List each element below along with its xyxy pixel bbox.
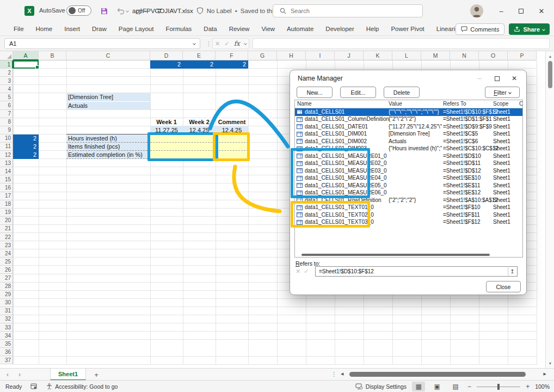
- column-header-E[interactable]: E: [183, 51, 216, 60]
- row-header-3[interactable]: 3: [0, 77, 13, 85]
- column-header-F[interactable]: F: [216, 51, 248, 60]
- scroll-left-icon[interactable]: ◀: [341, 372, 343, 376]
- row-header-35[interactable]: 35: [0, 340, 13, 348]
- row-header-25[interactable]: 25: [0, 258, 13, 266]
- cell-D8[interactable]: Week 1: [150, 118, 183, 126]
- formula-input[interactable]: [253, 38, 550, 49]
- autosave-toggle[interactable]: Off: [66, 5, 91, 16]
- view-normal-button[interactable]: ▦: [412, 382, 425, 391]
- row-header-4[interactable]: 4: [0, 85, 13, 93]
- cell-E9[interactable]: 12.4.25: [183, 126, 216, 134]
- cell-F8[interactable]: Comment: [216, 118, 248, 126]
- column-header-O[interactable]: O: [479, 51, 508, 60]
- name-manager-row-data1_CELLS01_MEASURE01_0[interactable]: data1_CELLS01_MEASURE01_0=Sheet1!$D$10Sh…: [295, 152, 522, 160]
- cell-C12[interactable]: Estimated completion (in %): [66, 151, 150, 159]
- row-header-7[interactable]: 7: [0, 110, 13, 118]
- row-header-34[interactable]: 34: [0, 332, 13, 340]
- accessibility-status[interactable]: Accessibility: Good to go: [46, 383, 118, 390]
- name-manager-row-data1_CELLS01_RowDefinition[interactable]: data1_CELLS01_RowDefinition{"2";"2";"2"}…: [295, 197, 522, 204]
- cell-D9[interactable]: 11.27.25: [150, 126, 183, 134]
- row-header-5[interactable]: 5: [0, 93, 13, 101]
- name-list[interactable]: Name Value Refers To Scope Co data1_CELL…: [294, 100, 523, 258]
- row-header-9[interactable]: 9: [0, 126, 13, 134]
- zoom-out-button[interactable]: −: [467, 383, 471, 390]
- column-header-J[interactable]: J: [335, 51, 364, 60]
- ribbon-tab-draw[interactable]: Draw: [86, 23, 113, 34]
- fx-dropdown-icon[interactable]: [244, 42, 247, 45]
- name-manager-row-data1_CELLS01_MEASURE05_0[interactable]: data1_CELLS01_MEASURE05_0=Sheet1!$E$11Sh…: [295, 182, 522, 189]
- row-header-14[interactable]: 14: [0, 167, 13, 175]
- window-close-button[interactable]: ✕: [533, 0, 550, 22]
- name-box[interactable]: A1: [4, 38, 200, 49]
- ribbon-tab-power-pivot[interactable]: Power Pivot: [385, 23, 430, 34]
- column-header-I[interactable]: I: [306, 51, 335, 60]
- avatar[interactable]: [470, 4, 483, 17]
- ribbon-tab-page-layout[interactable]: Page Layout: [113, 23, 160, 34]
- row-header-37[interactable]: 37: [0, 356, 13, 364]
- next-sheet-icon[interactable]: ›: [19, 371, 21, 378]
- name-manager-row-data1_CELLS01_TEXT03_0[interactable]: data1_CELLS01_TEXT03_0=Sheet1!$F$12Sheet…: [295, 219, 522, 226]
- row-header-20[interactable]: 20: [0, 217, 13, 225]
- ribbon-tab-view[interactable]: View: [255, 23, 281, 34]
- name-list-header[interactable]: Name Value Refers To Scope Co: [295, 100, 522, 108]
- cell-C5[interactable]: [Dimension Tree]: [66, 93, 150, 101]
- cell-F9[interactable]: 12.4.25: [216, 126, 248, 134]
- row-header-19[interactable]: 19: [0, 209, 13, 217]
- row-header-28[interactable]: 28: [0, 283, 13, 291]
- row-header-13[interactable]: 13: [0, 159, 13, 167]
- refers-to-input[interactable]: =Sheet1!$D$10:$F$12 ↥: [315, 266, 518, 277]
- close-button[interactable]: Close: [486, 281, 521, 292]
- active-cell-A1[interactable]: [13, 60, 39, 69]
- insert-function-icon[interactable]: fx: [234, 40, 240, 47]
- row-header-24[interactable]: 24: [0, 249, 13, 258]
- vertical-scrollbar-thumb[interactable]: [548, 61, 552, 88]
- name-manager-row-data1_CELLS01_DIM002[interactable]: data1_CELLS01_DIM002Actuals=Sheet1!$C$6S…: [295, 138, 522, 145]
- row-header-33[interactable]: 33: [0, 323, 13, 332]
- share-button[interactable]: Share: [509, 23, 550, 35]
- undo-icon[interactable]: [116, 5, 128, 17]
- row-header-22[interactable]: 22: [0, 233, 13, 241]
- select-all-corner[interactable]: [0, 51, 13, 60]
- column-header-G[interactable]: G: [248, 51, 277, 60]
- row-header-30[interactable]: 30: [0, 299, 13, 307]
- ribbon-tab-help[interactable]: Help: [360, 23, 385, 34]
- column-header-K[interactable]: K: [364, 51, 392, 60]
- row-header-32[interactable]: 32: [0, 315, 13, 323]
- cell-A10[interactable]: 2: [13, 134, 39, 143]
- edit-button[interactable]: Edit...: [340, 87, 376, 98]
- input-cells-D10-F12[interactable]: [150, 134, 248, 159]
- name-manager-row-data1_CELLS01[interactable]: data1_CELLS01{""\""\"";""\""\"";""\""\""…: [295, 108, 522, 116]
- row-header-26[interactable]: 26: [0, 266, 13, 274]
- display-settings-button[interactable]: Display Settings: [355, 383, 407, 390]
- add-sheet-button[interactable]: +: [91, 370, 101, 379]
- row-header-11[interactable]: 11: [0, 143, 13, 151]
- column-header-C[interactable]: C: [66, 51, 150, 60]
- ribbon-tab-review[interactable]: Review: [223, 23, 256, 34]
- confirm-entry-icon[interactable]: ✓: [224, 40, 229, 47]
- ribbon-tab-automate[interactable]: Automate: [281, 23, 319, 34]
- row-header-17[interactable]: 17: [0, 192, 13, 200]
- prev-sheet-icon[interactable]: ‹: [7, 371, 9, 378]
- comments-button[interactable]: Comments: [455, 23, 504, 35]
- column-header-P[interactable]: P: [508, 51, 537, 60]
- name-manager-row-data1_CELLS01_DATE01[interactable]: data1_CELLS01_DATE01{"11.27.25"\"12.4.25…: [295, 123, 522, 131]
- new-button[interactable]: New...: [297, 87, 333, 98]
- view-page-layout-button[interactable]: ▣: [430, 382, 444, 391]
- vertical-scrollbar[interactable]: ▲ ▼: [545, 51, 554, 368]
- scroll-right-icon[interactable]: ▶: [544, 372, 546, 376]
- delete-button[interactable]: Delete: [384, 87, 420, 98]
- document-title[interactable]: appFPVGOJIAVT.xlsx No Label • Saved to t…: [132, 7, 292, 15]
- row-header-2[interactable]: 2: [0, 69, 13, 77]
- row-header-27[interactable]: 27: [0, 274, 13, 282]
- excel-app-icon[interactable]: X: [24, 6, 34, 16]
- save-icon[interactable]: [98, 5, 110, 17]
- column-header-L[interactable]: L: [392, 51, 421, 60]
- tab-sheet1[interactable]: Sheet1: [50, 369, 86, 381]
- row-header-23[interactable]: 23: [0, 241, 13, 249]
- column-header-N[interactable]: N: [450, 51, 479, 60]
- row-header-12[interactable]: 12: [0, 151, 13, 159]
- cell-C11[interactable]: Items finished (pcs): [66, 143, 150, 151]
- name-list-horizontal-scrollbar[interactable]: [301, 254, 490, 256]
- dialog-close-icon[interactable]: ✕: [506, 72, 523, 84]
- column-header-D[interactable]: D: [150, 51, 183, 60]
